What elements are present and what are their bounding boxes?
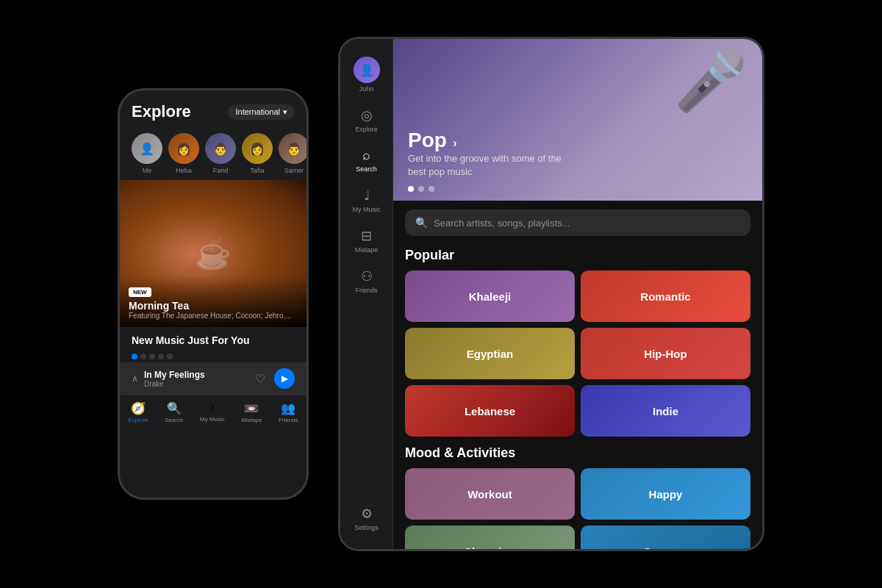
genre-card-egyptian[interactable]: Egyptian bbox=[405, 328, 575, 379]
sidebar-label-friends: Friends bbox=[355, 287, 377, 294]
avatar-tafia: 👩 bbox=[242, 133, 273, 164]
genre-card-romantic[interactable]: Romantic bbox=[581, 270, 750, 322]
avatar-samer: 👨 bbox=[279, 133, 306, 164]
genre-card-shopping[interactable]: Shopping bbox=[405, 526, 575, 549]
nav-friends[interactable]: 👥 Friends bbox=[279, 401, 298, 423]
sidebar-avatar-john: 👤 bbox=[354, 57, 380, 83]
mixtape-nav-label: Mixtape bbox=[241, 417, 262, 423]
hero-dot-2 bbox=[418, 186, 424, 192]
search-icon: ⌕ bbox=[362, 148, 370, 163]
my-music-icon: ♩ bbox=[364, 187, 370, 204]
genre-card-indie[interactable]: Indie bbox=[581, 385, 750, 437]
john-avatar-icon: 👤 bbox=[359, 63, 374, 77]
hero-badge: NEW bbox=[129, 287, 151, 297]
sidebar-item-mixtape[interactable]: ⊟ Mixtape bbox=[340, 222, 392, 259]
explore-nav-icon: 🧭 bbox=[131, 401, 146, 415]
friends-nav-label: Friends bbox=[279, 417, 298, 423]
play-button[interactable]: ▶ bbox=[274, 368, 295, 389]
hero-dot-3 bbox=[429, 186, 434, 192]
avatar-label-farid: Farid bbox=[213, 167, 229, 174]
avatar-me: 👤 bbox=[132, 133, 162, 164]
new-music-title: New Music Just For You bbox=[120, 327, 306, 351]
sidebar-label-settings: Settings bbox=[354, 524, 379, 531]
sidebar-label-mixtape: Mixtape bbox=[355, 246, 379, 254]
now-playing-artist: Drake bbox=[144, 380, 249, 388]
genre-label-lebanese: Lebanese bbox=[465, 405, 515, 417]
now-playing-bar[interactable]: ∧ In My Feelings Drake ♡ ▶ bbox=[120, 362, 306, 395]
avatar-item-tafia[interactable]: 👩 Tafia bbox=[242, 133, 273, 174]
avatar-heba: 👩 bbox=[168, 133, 199, 164]
hero-chevron: › bbox=[450, 137, 457, 149]
friends-nav-icon: 👥 bbox=[281, 401, 295, 415]
hero-overlay: NEW Morning Tea Featuring The Japanese H… bbox=[120, 276, 306, 327]
now-playing-chevron: ∧ bbox=[132, 373, 138, 384]
avatar-item-me[interactable]: 👤 Me bbox=[132, 133, 162, 174]
sidebar-item-explore[interactable]: ◎ Explore bbox=[340, 101, 392, 139]
phone-hero[interactable]: ☕ NEW Morning Tea Featuring The Japanese… bbox=[120, 180, 306, 327]
mood-genre-grid: Workout Happy Shopping Summer bbox=[393, 468, 762, 549]
avatar-label-heba: Heba bbox=[176, 167, 192, 174]
phone-explore-title: Explore bbox=[132, 102, 191, 121]
search-magnifier-icon: 🔍 bbox=[415, 217, 428, 229]
avatar-item-farid[interactable]: 👨 Farid bbox=[205, 133, 236, 174]
now-playing-title: In My Feelings bbox=[144, 370, 249, 380]
hero-text-block: Pop › Get into the groove with some of t… bbox=[408, 129, 570, 179]
search-input-placeholder: Search artists, songs, playlists... bbox=[434, 218, 570, 229]
genre-label-summer: Summer bbox=[643, 545, 687, 550]
mymusic-nav-icon: ♪ bbox=[209, 401, 215, 415]
genre-label-happy: Happy bbox=[649, 488, 683, 501]
search-nav-label: Search bbox=[165, 417, 183, 423]
genre-card-lebanese[interactable]: Lebanese bbox=[405, 385, 575, 437]
sidebar-label-john: John bbox=[359, 85, 374, 93]
dot-1 bbox=[132, 354, 137, 359]
hero-genre-subtitle: Get into the groove with some of the bes… bbox=[408, 152, 570, 179]
avatar-label-me: Me bbox=[143, 167, 152, 174]
sidebar-item-my-music[interactable]: ♩ My Music bbox=[340, 182, 392, 219]
avatar-label-samer: Samer bbox=[284, 167, 304, 174]
nav-explore[interactable]: 🧭 Explore bbox=[128, 401, 148, 423]
hero-person-image: 🎤 bbox=[674, 46, 747, 115]
avatar-label-tafia: Tafia bbox=[250, 167, 264, 174]
heart-icon[interactable]: ♡ bbox=[255, 372, 265, 386]
genre-card-hiphop[interactable]: Hip-Hop bbox=[581, 328, 750, 379]
explore-icon: ◎ bbox=[361, 107, 373, 123]
nav-my-music[interactable]: ♪ My Music bbox=[200, 401, 225, 423]
sidebar-item-settings[interactable]: ⚙ Settings bbox=[340, 500, 392, 537]
tablet-sidebar: 👤 John ◎ Explore ⌕ Search ♩ My Music ⊟ M… bbox=[340, 39, 393, 549]
popular-section-title: Popular bbox=[393, 245, 762, 270]
mixtape-nav-icon: 📼 bbox=[244, 401, 259, 415]
dropdown-arrow: ▾ bbox=[283, 107, 287, 117]
now-playing-info: In My Feelings Drake bbox=[144, 370, 249, 388]
avatar-farid: 👨 bbox=[205, 133, 236, 164]
dot-3 bbox=[149, 354, 155, 359]
sidebar-item-search[interactable]: ⌕ Search bbox=[340, 142, 392, 179]
popular-genre-grid: Khaleeji Romantic Egyptian Hip-Hop Leban… bbox=[393, 270, 762, 437]
dot-2 bbox=[140, 354, 146, 359]
avatar-item-heba[interactable]: 👩 Heba bbox=[168, 133, 199, 174]
genre-card-workout[interactable]: Workout bbox=[405, 468, 575, 520]
hero-subtitle: Featuring The Japanese House; Cocoon; Je… bbox=[129, 312, 298, 320]
genre-card-summer[interactable]: Summer bbox=[581, 526, 750, 549]
genre-label-romantic: Romantic bbox=[640, 290, 690, 303]
nav-mixtape[interactable]: 📼 Mixtape bbox=[241, 401, 262, 423]
tablet-hero[interactable]: 🎤 Pop › Get into the groove with some of… bbox=[393, 39, 762, 201]
sidebar-item-friends[interactable]: ⚇ Friends bbox=[340, 262, 392, 300]
sidebar-label-search: Search bbox=[356, 165, 377, 173]
phone-avatars-row: 👤 Me 👩 Heba 👨 Farid 👩 Tafia 👨 Sam bbox=[120, 127, 306, 180]
search-bar[interactable]: 🔍 Search artists, songs, playlists... bbox=[405, 209, 750, 236]
app-scene: Explore International ▾ 👤 Me 👩 Heba 👨 bbox=[0, 0, 882, 588]
mymusic-nav-label: My Music bbox=[200, 416, 225, 423]
mixtape-icon: ⊟ bbox=[361, 228, 372, 244]
settings-icon: ⚙ bbox=[361, 506, 373, 522]
nav-search[interactable]: 🔍 Search bbox=[165, 401, 183, 423]
avatar-item-samer[interactable]: 👨 Samer bbox=[279, 133, 306, 174]
sidebar-item-john[interactable]: 👤 John bbox=[340, 51, 392, 98]
genre-card-happy[interactable]: Happy bbox=[581, 468, 750, 520]
phone-device: Explore International ▾ 👤 Me 👩 Heba 👨 bbox=[118, 88, 309, 500]
international-dropdown[interactable]: International ▾ bbox=[228, 104, 295, 120]
hero-dot-1 bbox=[408, 186, 414, 192]
genre-card-khaleeji[interactable]: Khaleeji bbox=[405, 270, 575, 322]
friends-icon: ⚇ bbox=[361, 268, 373, 284]
explore-nav-label: Explore bbox=[128, 417, 148, 423]
phone-bottom-nav: 🧭 Explore 🔍 Search ♪ My Music 📼 Mixtape … bbox=[120, 395, 306, 426]
